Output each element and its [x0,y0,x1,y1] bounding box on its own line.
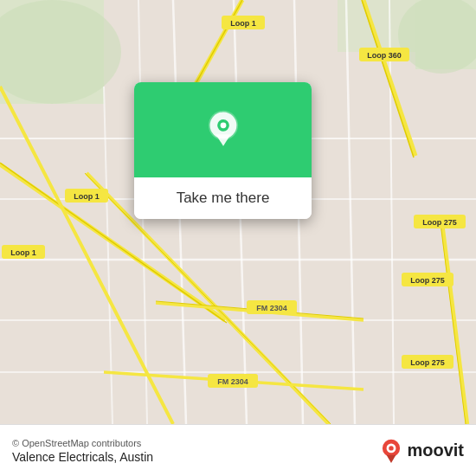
svg-point-57 [389,446,394,450]
bottom-info: © OpenStreetMap contributors Valence Ele… [12,438,153,464]
moovit-pin-icon [379,439,403,463]
svg-text:FM 2304: FM 2304 [256,304,287,312]
svg-text:Loop 360: Loop 360 [367,51,402,60]
svg-text:FM 2304: FM 2304 [217,377,248,386]
location-pin-icon [203,109,244,151]
moovit-logo: moovit [379,439,464,463]
map-container[interactable]: Loop 1 Loop 360 Loop 1 Loop 1 FM 2304 FM… [0,0,476,424]
svg-marker-58 [387,454,396,462]
svg-text:Loop 275: Loop 275 [410,276,445,285]
moovit-brand-label: moovit [407,441,464,460]
popup-card: Take me there [134,82,312,219]
svg-text:Loop 1: Loop 1 [10,248,36,257]
svg-text:Loop 275: Loop 275 [410,358,445,367]
svg-text:Loop 275: Loop 275 [422,218,457,227]
bottom-bar: © OpenStreetMap contributors Valence Ele… [0,424,476,476]
svg-text:Loop 1: Loop 1 [74,192,100,201]
popup-green-area [134,82,312,177]
svg-point-54 [220,122,226,128]
place-name: Valence Electricals, Austin [12,450,153,464]
osm-attribution: © OpenStreetMap contributors [12,438,153,448]
svg-text:Loop 1: Loop 1 [230,19,256,28]
svg-marker-53 [215,134,230,146]
take-me-there-button[interactable]: Take me there [134,177,312,219]
